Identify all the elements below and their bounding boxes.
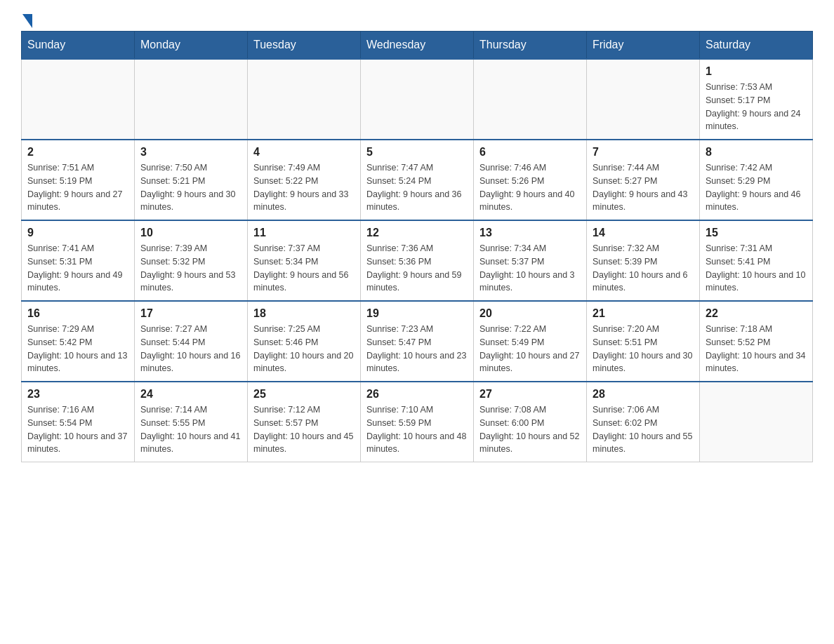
- calendar-cell: 1Sunrise: 7:53 AMSunset: 5:17 PMDaylight…: [700, 59, 813, 140]
- weekday-header-wednesday: Wednesday: [361, 32, 474, 60]
- calendar-cell: 17Sunrise: 7:27 AMSunset: 5:44 PMDayligh…: [135, 301, 248, 382]
- day-info: Sunrise: 7:53 AMSunset: 5:17 PMDaylight:…: [706, 81, 807, 133]
- day-info: Sunrise: 7:41 AMSunset: 5:31 PMDaylight:…: [27, 242, 128, 295]
- day-number: 23: [27, 388, 128, 401]
- day-info: Sunrise: 7:10 AMSunset: 5:59 PMDaylight:…: [366, 403, 468, 456]
- calendar-cell: 13Sunrise: 7:34 AMSunset: 5:37 PMDayligh…: [474, 220, 587, 301]
- day-number: 17: [140, 307, 241, 320]
- day-number: 25: [253, 388, 355, 401]
- calendar-cell: [248, 59, 361, 140]
- week-row-2: 2Sunrise: 7:51 AMSunset: 5:19 PMDaylight…: [22, 140, 813, 220]
- day-number: 3: [140, 146, 241, 159]
- day-info: Sunrise: 7:25 AMSunset: 5:46 PMDaylight:…: [253, 323, 355, 375]
- day-info: Sunrise: 7:12 AMSunset: 5:57 PMDaylight:…: [253, 403, 355, 456]
- day-info: Sunrise: 7:47 AMSunset: 5:24 PMDaylight:…: [366, 161, 468, 214]
- calendar-cell: [135, 59, 248, 140]
- day-number: 16: [27, 307, 128, 320]
- calendar-cell: [22, 59, 135, 140]
- calendar-table: SundayMondayTuesdayWednesdayThursdayFrid…: [21, 31, 813, 462]
- week-row-4: 16Sunrise: 7:29 AMSunset: 5:42 PMDayligh…: [22, 301, 813, 382]
- day-info: Sunrise: 7:32 AMSunset: 5:39 PMDaylight:…: [593, 242, 694, 295]
- calendar-cell: 28Sunrise: 7:06 AMSunset: 6:02 PMDayligh…: [587, 382, 700, 462]
- calendar-cell: 8Sunrise: 7:42 AMSunset: 5:29 PMDaylight…: [700, 140, 813, 220]
- day-info: Sunrise: 7:42 AMSunset: 5:29 PMDaylight:…: [706, 161, 807, 214]
- weekday-header-saturday: Saturday: [700, 32, 813, 60]
- calendar-cell: 10Sunrise: 7:39 AMSunset: 5:32 PMDayligh…: [135, 220, 248, 301]
- day-info: Sunrise: 7:36 AMSunset: 5:36 PMDaylight:…: [366, 242, 468, 295]
- day-number: 8: [706, 146, 807, 159]
- day-info: Sunrise: 7:22 AMSunset: 5:49 PMDaylight:…: [479, 323, 581, 375]
- weekday-header-monday: Monday: [135, 32, 248, 60]
- calendar-cell: 18Sunrise: 7:25 AMSunset: 5:46 PMDayligh…: [248, 301, 361, 382]
- weekday-header-friday: Friday: [587, 32, 700, 60]
- calendar-cell: 11Sunrise: 7:37 AMSunset: 5:34 PMDayligh…: [248, 220, 361, 301]
- calendar-cell: 6Sunrise: 7:46 AMSunset: 5:26 PMDaylight…: [474, 140, 587, 220]
- calendar-cell: 3Sunrise: 7:50 AMSunset: 5:21 PMDaylight…: [135, 140, 248, 220]
- day-number: 28: [593, 388, 694, 401]
- day-info: Sunrise: 7:23 AMSunset: 5:47 PMDaylight:…: [366, 323, 468, 375]
- day-info: Sunrise: 7:31 AMSunset: 5:41 PMDaylight:…: [706, 242, 807, 295]
- calendar-cell: 2Sunrise: 7:51 AMSunset: 5:19 PMDaylight…: [22, 140, 135, 220]
- calendar-cell: 20Sunrise: 7:22 AMSunset: 5:49 PMDayligh…: [474, 301, 587, 382]
- calendar-cell: 26Sunrise: 7:10 AMSunset: 5:59 PMDayligh…: [361, 382, 474, 462]
- weekday-header-row: SundayMondayTuesdayWednesdayThursdayFrid…: [22, 32, 813, 60]
- day-number: 19: [366, 307, 468, 320]
- day-info: Sunrise: 7:50 AMSunset: 5:21 PMDaylight:…: [140, 161, 241, 214]
- logo-arrow-icon: [22, 14, 32, 28]
- calendar-cell: 12Sunrise: 7:36 AMSunset: 5:36 PMDayligh…: [361, 220, 474, 301]
- page-header: [21, 14, 813, 24]
- calendar-cell: 9Sunrise: 7:41 AMSunset: 5:31 PMDaylight…: [22, 220, 135, 301]
- day-info: Sunrise: 7:18 AMSunset: 5:52 PMDaylight:…: [706, 323, 807, 375]
- day-info: Sunrise: 7:20 AMSunset: 5:51 PMDaylight:…: [593, 323, 694, 375]
- day-number: 22: [706, 307, 807, 320]
- weekday-header-sunday: Sunday: [22, 32, 135, 60]
- weekday-header-tuesday: Tuesday: [248, 32, 361, 60]
- day-number: 10: [140, 227, 241, 239]
- calendar-cell: [474, 59, 587, 140]
- calendar-cell: 14Sunrise: 7:32 AMSunset: 5:39 PMDayligh…: [587, 220, 700, 301]
- day-number: 20: [479, 307, 581, 320]
- day-number: 12: [366, 227, 468, 239]
- day-info: Sunrise: 7:29 AMSunset: 5:42 PMDaylight:…: [27, 323, 128, 375]
- day-info: Sunrise: 7:08 AMSunset: 6:00 PMDaylight:…: [479, 403, 581, 456]
- day-info: Sunrise: 7:27 AMSunset: 5:44 PMDaylight:…: [140, 323, 241, 375]
- day-number: 2: [27, 146, 128, 159]
- calendar-cell: 22Sunrise: 7:18 AMSunset: 5:52 PMDayligh…: [700, 301, 813, 382]
- calendar-cell: 21Sunrise: 7:20 AMSunset: 5:51 PMDayligh…: [587, 301, 700, 382]
- calendar-cell: [361, 59, 474, 140]
- calendar-cell: 27Sunrise: 7:08 AMSunset: 6:00 PMDayligh…: [474, 382, 587, 462]
- calendar-cell: 5Sunrise: 7:47 AMSunset: 5:24 PMDaylight…: [361, 140, 474, 220]
- day-info: Sunrise: 7:16 AMSunset: 5:54 PMDaylight:…: [27, 403, 128, 456]
- calendar-cell: 15Sunrise: 7:31 AMSunset: 5:41 PMDayligh…: [700, 220, 813, 301]
- week-row-1: 1Sunrise: 7:53 AMSunset: 5:17 PMDaylight…: [22, 59, 813, 140]
- calendar-cell: 24Sunrise: 7:14 AMSunset: 5:55 PMDayligh…: [135, 382, 248, 462]
- calendar-cell: 25Sunrise: 7:12 AMSunset: 5:57 PMDayligh…: [248, 382, 361, 462]
- day-info: Sunrise: 7:46 AMSunset: 5:26 PMDaylight:…: [479, 161, 581, 214]
- weekday-header-thursday: Thursday: [474, 32, 587, 60]
- day-number: 1: [706, 65, 807, 78]
- day-number: 4: [253, 146, 355, 159]
- day-info: Sunrise: 7:39 AMSunset: 5:32 PMDaylight:…: [140, 242, 241, 295]
- day-info: Sunrise: 7:06 AMSunset: 6:02 PMDaylight:…: [593, 403, 694, 456]
- day-number: 18: [253, 307, 355, 320]
- calendar-cell: 7Sunrise: 7:44 AMSunset: 5:27 PMDaylight…: [587, 140, 700, 220]
- calendar-cell: 23Sunrise: 7:16 AMSunset: 5:54 PMDayligh…: [22, 382, 135, 462]
- day-number: 14: [593, 227, 694, 239]
- calendar-cell: [700, 382, 813, 462]
- day-number: 11: [253, 227, 355, 239]
- day-number: 9: [27, 227, 128, 239]
- week-row-3: 9Sunrise: 7:41 AMSunset: 5:31 PMDaylight…: [22, 220, 813, 301]
- day-number: 7: [593, 146, 694, 159]
- day-info: Sunrise: 7:34 AMSunset: 5:37 PMDaylight:…: [479, 242, 581, 295]
- day-number: 21: [593, 307, 694, 320]
- day-info: Sunrise: 7:51 AMSunset: 5:19 PMDaylight:…: [27, 161, 128, 214]
- logo: [21, 14, 32, 24]
- day-number: 26: [366, 388, 468, 401]
- day-info: Sunrise: 7:44 AMSunset: 5:27 PMDaylight:…: [593, 161, 694, 214]
- calendar-cell: 16Sunrise: 7:29 AMSunset: 5:42 PMDayligh…: [22, 301, 135, 382]
- day-number: 13: [479, 227, 581, 239]
- week-row-5: 23Sunrise: 7:16 AMSunset: 5:54 PMDayligh…: [22, 382, 813, 462]
- day-info: Sunrise: 7:14 AMSunset: 5:55 PMDaylight:…: [140, 403, 241, 456]
- day-number: 6: [479, 146, 581, 159]
- day-info: Sunrise: 7:49 AMSunset: 5:22 PMDaylight:…: [253, 161, 355, 214]
